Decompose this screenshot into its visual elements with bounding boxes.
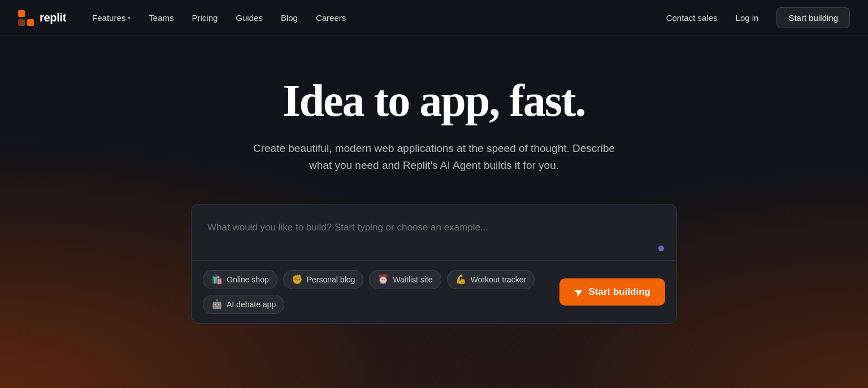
- hero-subtitle: Create beautiful, modern web application…: [242, 140, 626, 175]
- send-icon: ➤: [572, 285, 585, 300]
- login-button[interactable]: Log in: [727, 8, 768, 27]
- pill-waitlist-site[interactable]: ⏰Waitlist site: [369, 270, 441, 289]
- example-pills: 🛍️Online shop✊Personal blog⏰Waitlist sit…: [203, 270, 559, 314]
- pill-workout-tracker[interactable]: 💪Workout tracker: [447, 270, 535, 289]
- pill-label: Personal blog: [307, 275, 355, 284]
- prompt-input-area: [192, 204, 676, 260]
- nav-right: Contact sales Log in Start building: [666, 7, 850, 28]
- chevron-down-icon: ▾: [128, 15, 131, 21]
- nav-pricing[interactable]: Pricing: [184, 8, 226, 27]
- nav-left: replit Features ▾ Teams Pricing Guides B…: [18, 8, 354, 27]
- prompt-box: 🛍️Online shop✊Personal blog⏰Waitlist sit…: [191, 204, 677, 324]
- logo-link[interactable]: replit: [18, 10, 66, 26]
- nav-guides[interactable]: Guides: [228, 8, 271, 27]
- pill-online-shop[interactable]: 🛍️Online shop: [203, 270, 277, 289]
- hero-title: Idea to app, fast.: [283, 77, 585, 124]
- pill-label: Waitlist site: [393, 275, 432, 284]
- pill-emoji: ⏰: [377, 275, 389, 284]
- start-building-label: Start building: [588, 286, 650, 298]
- start-building-button[interactable]: ➤ Start building: [559, 278, 665, 306]
- logo-icon: [18, 10, 34, 26]
- nav-blog[interactable]: Blog: [273, 8, 306, 27]
- nav-links: Features ▾ Teams Pricing Guides Blog Car…: [84, 8, 354, 27]
- pill-label: Workout tracker: [471, 275, 527, 284]
- pill-emoji: ✊: [292, 275, 303, 284]
- navbar: replit Features ▾ Teams Pricing Guides B…: [0, 0, 868, 36]
- nav-teams[interactable]: Teams: [141, 8, 181, 27]
- prompt-dot-indicator: [658, 246, 664, 251]
- pill-personal-blog[interactable]: ✊Personal blog: [283, 270, 364, 289]
- nav-features[interactable]: Features ▾: [84, 8, 138, 27]
- contact-sales-link[interactable]: Contact sales: [666, 13, 718, 23]
- pill-label: AI debate app: [227, 300, 276, 309]
- hero-section: Idea to app, fast. Create beautiful, mod…: [0, 36, 868, 324]
- pill-emoji: 💪: [455, 275, 467, 284]
- prompt-input[interactable]: [207, 220, 661, 249]
- pill-ai-debate-app[interactable]: 🤖AI debate app: [203, 295, 284, 314]
- prompt-bottom-bar: 🛍️Online shop✊Personal blog⏰Waitlist sit…: [192, 261, 676, 323]
- pill-emoji: 🛍️: [211, 275, 223, 284]
- nav-careers[interactable]: Careers: [308, 8, 354, 27]
- pill-label: Online shop: [227, 275, 269, 284]
- brand-name: replit: [40, 11, 66, 24]
- start-building-nav-button[interactable]: Start building: [776, 7, 850, 28]
- pill-emoji: 🤖: [211, 300, 223, 309]
